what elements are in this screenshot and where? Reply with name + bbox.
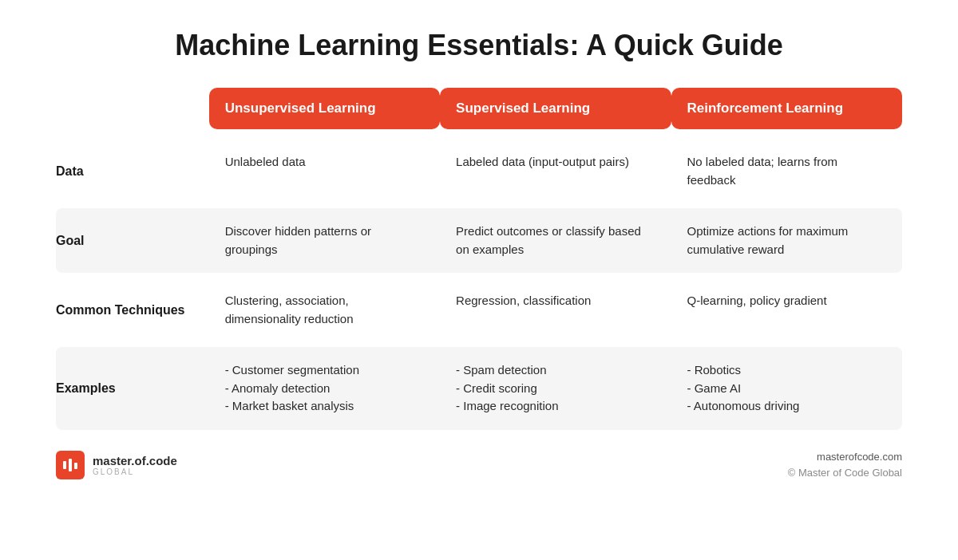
page-title: Machine Learning Essentials: A Quick Gui… bbox=[175, 29, 783, 62]
table-row: DataUnlabeled dataLabeled data (input-ou… bbox=[56, 139, 902, 203]
main-table: Unsupervised Learning Supervised Learnin… bbox=[56, 88, 902, 430]
row-2-col2: Regression, classification bbox=[440, 278, 671, 342]
table-row: Examples- Customer segmentation - Anomal… bbox=[56, 347, 902, 430]
row-3-col1: - Customer segmentation - Anomaly detect… bbox=[209, 347, 440, 430]
header-rl: Reinforcement Learning bbox=[671, 88, 902, 132]
svg-rect-2 bbox=[74, 463, 77, 469]
header-rl-label: Reinforcement Learning bbox=[671, 88, 902, 129]
row-2-col1: Clustering, association, dimensionality … bbox=[209, 278, 440, 342]
svg-rect-1 bbox=[69, 459, 72, 471]
row-label-1: Goal bbox=[56, 208, 209, 273]
table-header-row: Unsupervised Learning Supervised Learnin… bbox=[56, 88, 902, 132]
row-0-col1: Unlabeled data bbox=[209, 139, 440, 203]
header-supervised-label: Supervised Learning bbox=[440, 88, 671, 129]
row-2-col3: Q-learning, policy gradient bbox=[671, 278, 902, 342]
logo-icon bbox=[56, 451, 85, 479]
row-3-col3: - Robotics - Game AI - Autonomous drivin… bbox=[671, 347, 902, 430]
row-0-col3: No labeled data; learns from feedback bbox=[671, 139, 902, 203]
footer-copyright: © Master of Code Global bbox=[788, 465, 902, 482]
svg-rect-0 bbox=[63, 461, 66, 469]
logo-sub: GLOBAL bbox=[93, 467, 177, 476]
header-unsupervised-label: Unsupervised Learning bbox=[209, 88, 440, 129]
row-1-col3: Optimize actions for maximum cumulative … bbox=[671, 208, 902, 273]
footer-logo: master.of.code GLOBAL bbox=[56, 451, 177, 479]
logo-brand: master.of.code bbox=[93, 454, 177, 467]
row-1-col2: Predict outcomes or classify based on ex… bbox=[440, 208, 671, 273]
footer-logo-text: master.of.code GLOBAL bbox=[93, 454, 177, 476]
footer-site: masterofcode.com bbox=[788, 449, 902, 466]
footer-right: masterofcode.com © Master of Code Global bbox=[788, 449, 902, 483]
row-3-col2: - Spam detection - Credit scoring - Imag… bbox=[440, 347, 671, 430]
row-label-2: Common Techniques bbox=[56, 278, 209, 342]
row-label-3: Examples bbox=[56, 347, 209, 430]
footer: master.of.code GLOBAL masterofcode.com ©… bbox=[56, 449, 902, 499]
row-1-col1: Discover hidden patterns or groupings bbox=[209, 208, 440, 273]
row-label-0: Data bbox=[56, 139, 209, 203]
header-empty-cell bbox=[56, 88, 209, 132]
row-0-col2: Labeled data (input-output pairs) bbox=[440, 139, 671, 203]
table-row: Common TechniquesClustering, association… bbox=[56, 278, 902, 342]
header-unsupervised: Unsupervised Learning bbox=[209, 88, 440, 132]
header-supervised: Supervised Learning bbox=[440, 88, 671, 132]
table-row: GoalDiscover hidden patterns or grouping… bbox=[56, 208, 902, 273]
